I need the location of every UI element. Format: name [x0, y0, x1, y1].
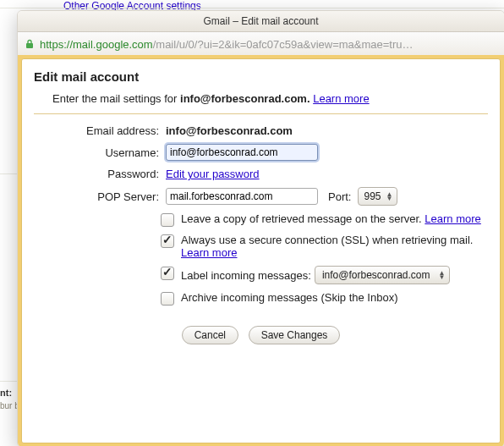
- leave-copy-checkbox[interactable]: [161, 213, 174, 227]
- background-label: nt:: [0, 388, 12, 398]
- leave-copy-label: Leave a copy of retrieved message on the…: [181, 212, 422, 225]
- label-password: Password:: [34, 168, 166, 180]
- cancel-button[interactable]: Cancel: [182, 326, 238, 344]
- port-value: 995: [364, 190, 381, 202]
- label-incoming-select[interactable]: info@forbesconrad.com ▲▼: [315, 266, 450, 284]
- label-incoming-value: info@forbesconrad.com: [322, 269, 430, 281]
- window-title: Gmail – Edit mail account: [18, 11, 504, 32]
- edit-password-link[interactable]: Edit your password: [166, 168, 260, 180]
- label-incoming-label: Label incoming messages:: [181, 269, 311, 282]
- save-button[interactable]: Save Changes: [249, 326, 341, 344]
- label-email: Email address:: [34, 124, 166, 137]
- label-username: Username:: [34, 146, 166, 159]
- leave-copy-learn-more[interactable]: Learn more: [425, 212, 480, 225]
- address-bar[interactable]: https://mail.google.com/mail/u/0/?ui=2&i…: [18, 32, 504, 57]
- intro-prefix: Enter the mail settings for: [52, 92, 180, 105]
- pop-server-input[interactable]: [166, 188, 318, 205]
- updown-icon: ▲▼: [385, 192, 395, 201]
- updown-icon: ▲▼: [437, 271, 447, 279]
- label-pop: POP Server:: [34, 190, 166, 203]
- intro-email: info@forbesconrad.com.: [180, 92, 310, 105]
- ssl-learn-more[interactable]: Learn more: [181, 246, 237, 259]
- label-incoming-checkbox[interactable]: [161, 267, 174, 280]
- url-secure-part: https://mail.google.com: [40, 38, 153, 51]
- svg-rect-0: [26, 43, 33, 48]
- popup-window: Gmail – Edit mail account https://mail.g…: [17, 10, 504, 446]
- email-value: info@forbesconrad.com: [166, 124, 293, 137]
- port-select[interactable]: 995 ▲▼: [358, 187, 397, 206]
- separator: [34, 113, 488, 114]
- archive-label: Archive incoming messages (Skip the Inbo…: [181, 291, 398, 304]
- label-port: Port:: [328, 190, 351, 203]
- username-input[interactable]: [166, 144, 318, 161]
- ssl-label: Always use a secure connection (SSL) whe…: [181, 234, 473, 246]
- url-rest-part: /mail/u/0/?ui=2&ik=0afc07c59a&view=ma&ma…: [153, 38, 414, 51]
- intro-line: Enter the mail settings for info@forbesc…: [34, 91, 488, 112]
- lock-icon: [25, 39, 35, 49]
- ssl-checkbox[interactable]: [161, 234, 174, 248]
- archive-checkbox[interactable]: [161, 292, 174, 306]
- dialog-title: Edit mail account: [34, 68, 488, 91]
- learn-more-link[interactable]: Learn more: [313, 92, 369, 105]
